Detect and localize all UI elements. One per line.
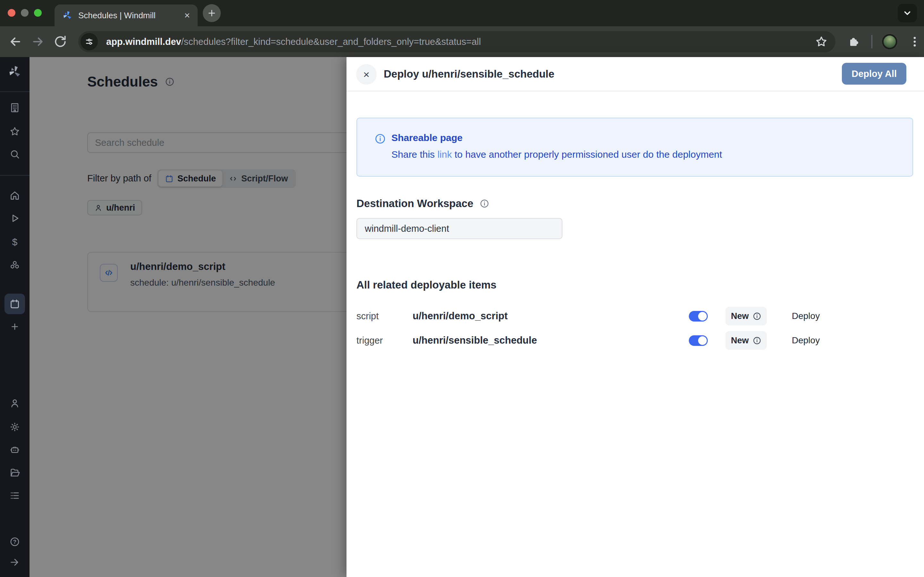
info-icon[interactable] [753, 336, 761, 345]
sidebar-divider [0, 91, 29, 92]
sidebar-item-schedules-active[interactable] [5, 293, 25, 314]
sidebar-item-home-icon[interactable] [9, 190, 20, 201]
item-path: u/henri/sensible_schedule [413, 335, 689, 346]
item-status-badge: New [725, 307, 767, 326]
status-text: New [731, 311, 749, 321]
sidebar-item-resources-cubes-icon[interactable] [9, 260, 20, 271]
sidebar-item-audit-logs-icon[interactable] [9, 490, 20, 501]
info-icon[interactable] [753, 312, 761, 321]
extensions-puzzle-icon[interactable] [847, 35, 860, 48]
windmill-app: $ [0, 57, 924, 577]
info-icon[interactable] [480, 199, 489, 208]
destination-workspace-input[interactable] [357, 218, 562, 239]
toolbar-separator [871, 35, 872, 48]
browser-toolbar: app.windmill.dev/schedules?filter_kind=s… [0, 26, 924, 57]
infobox-text: to have another properly permissioned us… [452, 149, 722, 160]
infobox-title: Shareable page [391, 132, 463, 143]
deployable-items-heading: All related deployable items [357, 279, 496, 291]
url-text[interactable]: app.windmill.dev/schedules?filter_kind=s… [106, 37, 815, 47]
item-enabled-toggle[interactable] [689, 335, 708, 346]
browser-tab[interactable]: Schedules | Windmill × [55, 5, 198, 26]
sidebar-item-help-icon[interactable]: ? [9, 536, 20, 547]
infobox-body: Share this link to have another properly… [391, 149, 722, 160]
status-text: New [731, 335, 749, 346]
url-path: /schedules?filter_kind=schedule&user_and… [181, 37, 481, 47]
sidebar-item-search-icon[interactable] [9, 149, 20, 160]
windmill-logo-icon[interactable] [8, 65, 22, 79]
drawer-title: Deploy u/henri/sensible_schedule [384, 57, 554, 91]
tab-title: Schedules | Windmill [78, 11, 184, 21]
infobox-text: Share this [391, 149, 437, 160]
sidebar-item-variables-dollar-icon[interactable]: $ [9, 237, 20, 247]
close-icon: × [363, 68, 370, 81]
deploy-drawer: × Deploy u/henri/sensible_schedule Deplo… [347, 57, 924, 577]
back-icon[interactable] [8, 35, 23, 49]
site-settings-icon[interactable] [81, 33, 98, 50]
toggle-knob [698, 312, 707, 321]
sidebar-item-workers-robot-icon[interactable] [9, 444, 20, 455]
screen: Schedules | Windmill × [0, 0, 924, 577]
sidebar-expand-arrow-icon[interactable] [9, 557, 20, 568]
traffic-light-minimize[interactable] [21, 9, 29, 17]
sidebar-item-folders-icon[interactable] [9, 467, 20, 478]
item-kind: trigger [357, 335, 413, 346]
windmill-favicon [62, 10, 73, 21]
bookmark-star-icon[interactable] [815, 35, 828, 48]
svg-text:$: $ [12, 237, 18, 247]
tab-search-button[interactable] [898, 4, 917, 23]
sidebar-divider [0, 175, 29, 176]
sidebar-item-runs-play-icon[interactable] [9, 213, 20, 224]
shareable-page-infobox: Shareable page Share this link to have a… [357, 118, 913, 177]
deployable-item-row: trigger u/henri/sensible_schedule New De… [357, 328, 924, 353]
traffic-light-zoom[interactable] [34, 9, 42, 17]
sidebar-item-favorites-star-icon[interactable] [9, 126, 20, 137]
deployable-item-row: script u/henri/demo_script New Deploy [357, 304, 924, 328]
url-bar[interactable]: app.windmill.dev/schedules?filter_kind=s… [78, 31, 835, 52]
sidebar-item-add-plus-icon[interactable] [9, 321, 20, 332]
plus-icon [207, 8, 216, 18]
drawer-header: × Deploy u/henri/sensible_schedule Deplo… [347, 57, 924, 91]
item-status-badge: New [725, 331, 767, 350]
chevron-down-icon [903, 8, 912, 18]
deploy-all-button[interactable]: Deploy All [842, 63, 906, 85]
new-tab-button[interactable] [203, 4, 221, 22]
item-deploy-link[interactable]: Deploy [792, 335, 820, 346]
share-link[interactable]: link [437, 149, 452, 160]
toolbar-right [847, 34, 924, 49]
profile-avatar[interactable] [882, 34, 897, 49]
destination-workspace-heading: Destination Workspace [357, 197, 473, 210]
traffic-light-close[interactable] [8, 9, 15, 17]
item-deploy-link[interactable]: Deploy [792, 311, 820, 321]
item-kind: script [357, 311, 413, 322]
forward-icon[interactable] [31, 35, 45, 49]
reload-icon[interactable] [53, 35, 67, 49]
item-path: u/henri/demo_script [413, 310, 689, 322]
browser-menu-icon[interactable] [908, 35, 921, 48]
drawer-close-button[interactable]: × [356, 64, 376, 85]
info-icon [375, 133, 386, 145]
calendar-icon [9, 298, 20, 309]
toggle-knob [698, 336, 707, 345]
browser-tab-strip: Schedules | Windmill × [0, 0, 924, 26]
tab-close-icon[interactable]: × [184, 11, 190, 20]
url-domain: app.windmill.dev [106, 37, 181, 47]
deployable-items-heading-text: All related deployable items [357, 279, 496, 291]
destination-workspace-heading-row: Destination Workspace [357, 197, 489, 210]
sidebar-item-workspace-building-icon[interactable] [9, 102, 20, 113]
item-enabled-toggle[interactable] [689, 311, 708, 322]
svg-text:?: ? [13, 539, 16, 545]
sidebar-item-settings-gear-icon[interactable] [9, 422, 20, 432]
sidebar-item-user-icon[interactable] [9, 398, 20, 409]
sidebar: $ [0, 57, 29, 577]
